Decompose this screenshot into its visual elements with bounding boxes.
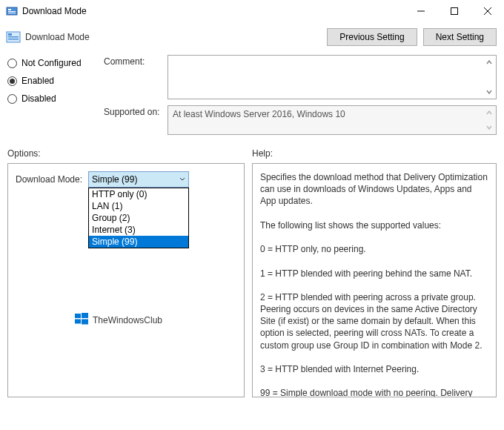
- combo-item[interactable]: LAN (1): [89, 200, 188, 212]
- options-panel: Download Mode: Simple (99) HTTP only (0)…: [7, 163, 245, 397]
- window-title: Download Mode: [22, 6, 404, 16]
- svg-rect-5: [451, 8, 457, 15]
- radio-label: Disabled: [21, 93, 56, 104]
- page-title: Download Mode: [25, 32, 321, 42]
- download-mode-combo[interactable]: Simple (99) HTTP only (0) LAN (1) Group …: [88, 171, 189, 188]
- radio-disabled[interactable]: Disabled: [7, 93, 104, 104]
- panels: Download Mode: Simple (99) HTTP only (0)…: [0, 163, 504, 405]
- help-text: Specifies the download method that Deliv…: [260, 171, 488, 397]
- svg-rect-10: [8, 36, 19, 38]
- supported-on-text: At least Windows Server 2016, Windows 10: [173, 109, 345, 119]
- scroll-down-icon[interactable]: [484, 87, 494, 97]
- previous-setting-button[interactable]: Previous Setting: [327, 28, 417, 46]
- maximize-button[interactable]: [437, 0, 471, 22]
- svg-rect-1: [8, 9, 11, 10]
- combo-dropdown: HTTP only (0) LAN (1) Group (2) Internet…: [88, 188, 189, 248]
- scroll-up-icon[interactable]: [484, 57, 494, 67]
- download-mode-label: Download Mode:: [16, 174, 82, 185]
- svg-rect-9: [8, 33, 12, 36]
- radio-icon: [7, 76, 17, 86]
- header: Download Mode Previous Setting Next Sett…: [0, 22, 504, 55]
- svg-rect-2: [8, 11, 16, 12]
- radio-label: Not Configured: [21, 58, 82, 68]
- radio-enabled[interactable]: Enabled: [7, 76, 104, 86]
- combo-item[interactable]: Group (2): [89, 212, 188, 224]
- svg-rect-15: [82, 320, 88, 325]
- windows-logo-icon: [75, 312, 88, 328]
- combo-box[interactable]: Simple (99): [88, 171, 189, 188]
- combo-item[interactable]: Internet (3): [89, 224, 188, 236]
- fields: Comment: Supported on: At least Windows …: [104, 55, 497, 141]
- policy-icon: [6, 30, 21, 44]
- comment-label: Comment:: [104, 55, 168, 99]
- combo-item[interactable]: Simple (99): [89, 236, 188, 248]
- help-panel: Specifies the download method that Deliv…: [252, 163, 497, 397]
- chevron-down-icon: [176, 177, 188, 182]
- comment-input[interactable]: [168, 55, 497, 99]
- watermark: TheWindowsClub: [75, 312, 162, 328]
- radio-not-configured[interactable]: Not Configured: [7, 58, 104, 68]
- supported-on-label: Supported on:: [104, 105, 168, 135]
- svg-rect-13: [82, 313, 88, 318]
- options-label: Options:: [7, 148, 252, 159]
- combo-selected-value: Simple (99): [92, 174, 176, 185]
- radio-icon: [7, 59, 17, 68]
- combo-item[interactable]: HTTP only (0): [89, 188, 188, 200]
- svg-rect-12: [75, 314, 81, 318]
- config-section: Not Configured Enabled Disabled Comment:…: [0, 55, 504, 145]
- close-button[interactable]: [471, 0, 504, 22]
- app-icon: [6, 5, 18, 17]
- supported-on-value: At least Windows Server 2016, Windows 10: [168, 105, 497, 135]
- help-label: Help:: [252, 148, 273, 159]
- download-mode-row: Download Mode: Simple (99) HTTP only (0)…: [16, 171, 236, 188]
- titlebar: Download Mode: [0, 0, 504, 22]
- next-setting-button[interactable]: Next Setting: [423, 28, 497, 46]
- section-labels: Options: Help:: [0, 145, 504, 163]
- svg-rect-3: [8, 13, 16, 13]
- state-radios: Not Configured Enabled Disabled: [7, 55, 104, 141]
- radio-label: Enabled: [21, 76, 54, 86]
- window-controls: [404, 0, 504, 22]
- scroll-down-icon[interactable]: [484, 122, 494, 133]
- radio-dot-icon: [10, 79, 15, 84]
- scroll-up-icon[interactable]: [484, 108, 494, 118]
- watermark-text: TheWindowsClub: [93, 315, 162, 325]
- svg-rect-11: [8, 39, 19, 40]
- radio-icon: [7, 94, 17, 104]
- minimize-button[interactable]: [404, 0, 437, 22]
- svg-rect-14: [75, 320, 81, 324]
